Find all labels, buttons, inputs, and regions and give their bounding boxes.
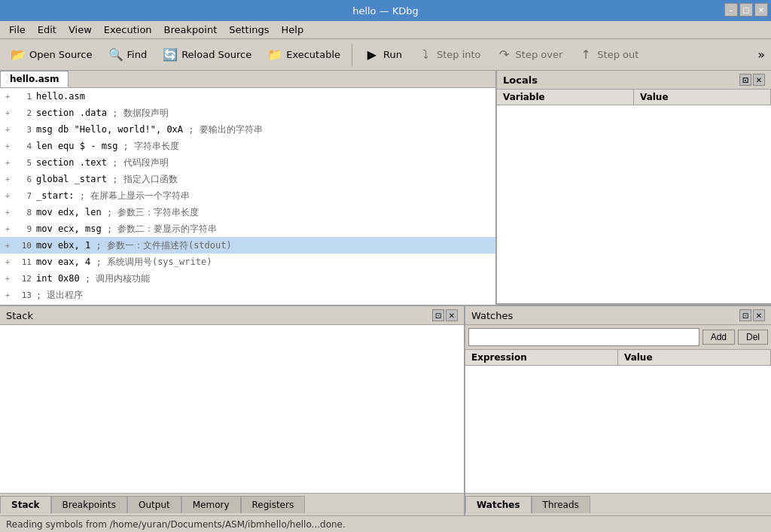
menu-item-file[interactable]: File — [3, 23, 32, 37]
watches-tab-watches[interactable]: Watches — [465, 496, 532, 513]
code-editor[interactable]: +1hello.asm+2section .data ; 数据段声明+3 msg… — [0, 88, 495, 305]
toolbar-separator — [352, 44, 352, 66]
locals-controls: ⊡ ✕ — [739, 74, 765, 86]
step-over-label: Step over — [516, 49, 563, 60]
menu-item-settings[interactable]: Settings — [223, 23, 275, 37]
line-number-2: 2 — [14, 108, 36, 118]
stack-content — [0, 325, 464, 493]
step-out-icon: ↑ — [577, 47, 594, 63]
menu-item-execution[interactable]: Execution — [98, 23, 158, 37]
menu-item-edit[interactable]: Edit — [32, 23, 62, 37]
line-code-9: mov ecx, msg ; 参数二：要显示的字符串 — [36, 223, 494, 236]
toolbar-btn-reload-source[interactable]: 🔄Reload Source — [155, 42, 258, 68]
executable-label: Executable — [286, 49, 340, 60]
locals-restore-button[interactable]: ⊡ — [739, 74, 751, 86]
code-line-4[interactable]: +4 len equ $ - msg ; 字符串长度 — [0, 138, 495, 154]
line-comment-12: ; 调用内核功能 — [80, 273, 151, 284]
line-number-6: 6 — [14, 175, 36, 184]
run-icon: ▶ — [364, 47, 380, 63]
code-line-8[interactable]: +8 mov edx, len ; 参数三：字符串长度 — [0, 204, 495, 220]
run-label: Run — [383, 49, 402, 60]
minimize-button[interactable]: – — [724, 3, 738, 17]
editor-tabs: hello.asm — [0, 71, 495, 88]
locals-close-button[interactable]: ✕ — [753, 74, 765, 86]
locals-table: Variable Value — [497, 90, 771, 303]
line-comment-10: ; 参数一：文件描述符(stdout) — [90, 240, 231, 251]
watches-col-value: Value — [618, 350, 771, 365]
stack-header: Stack ⊡ ✕ — [0, 306, 464, 325]
line-code-11: mov eax, 4 ; 系统调用号(sys_write) — [36, 256, 494, 269]
stack-close-button[interactable]: ✕ — [446, 309, 458, 321]
line-number-9: 9 — [14, 224, 36, 234]
line-marker-8: + — [2, 208, 14, 217]
reload-source-icon: 🔄 — [162, 47, 178, 63]
line-number-8: 8 — [14, 208, 36, 217]
code-line-12[interactable]: +12 int 0x80 ; 调用内核功能 — [0, 270, 495, 287]
line-comment-4: ; 字符串长度 — [117, 141, 179, 151]
stack-tab-breakpoints[interactable]: Breakpoints — [51, 496, 127, 513]
watches-expression-input[interactable] — [468, 328, 699, 346]
watches-tab-threads[interactable]: Threads — [532, 496, 590, 513]
stack-tab-memory[interactable]: Memory — [181, 496, 241, 513]
code-line-13[interactable]: +13 ; 退出程序 — [0, 287, 495, 303]
code-line-14[interactable]: +14 mov ebx, 0 ; 参数一：退出代码 — [0, 303, 495, 305]
code-line-9[interactable]: +9 mov ecx, msg ; 参数二：要显示的字符串 — [0, 220, 495, 237]
line-number-7: 7 — [14, 191, 36, 201]
toolbar-btn-step-over[interactable]: ↷Step over — [489, 42, 570, 68]
code-line-11[interactable]: +11 mov eax, 4 ; 系统调用号(sys_write) — [0, 254, 495, 270]
close-button[interactable]: ✕ — [754, 3, 768, 17]
line-comment-13: ; 退出程序 — [36, 290, 83, 300]
menu-item-help[interactable]: Help — [276, 23, 310, 37]
toolbar-btn-open-source[interactable]: 📂Open Source — [3, 42, 99, 68]
maximize-button[interactable]: □ — [739, 3, 753, 17]
line-number-5: 5 — [14, 158, 36, 168]
find-label: Find — [127, 49, 148, 60]
window-title: hello — KDbg — [352, 5, 419, 17]
locals-panel: Locals ⊡ ✕ Variable Value — [497, 71, 771, 305]
editor-tab-hello-asm[interactable]: hello.asm — [0, 71, 69, 87]
code-line-3[interactable]: +3 msg db "Hello, world!", 0xA ; 要输出的字符串 — [0, 121, 495, 138]
watches-add-button[interactable]: Add — [702, 330, 735, 345]
code-line-10[interactable]: +10 mov ebx, 1 ; 参数一：文件描述符(stdout) — [0, 237, 495, 254]
statusbar: Reading symbols from /home/yuran/Documen… — [0, 515, 771, 532]
line-marker-5: + — [2, 158, 14, 168]
toolbar-btn-run[interactable]: ▶Run — [357, 42, 409, 68]
code-line-5[interactable]: +5section .text ; 代码段声明 — [0, 154, 495, 171]
line-marker-6: + — [2, 175, 14, 184]
line-marker-7: + — [2, 191, 14, 201]
line-code-13: ; 退出程序 — [36, 289, 494, 302]
stack-restore-button[interactable]: ⊡ — [432, 309, 444, 321]
watches-toolbar: Add Del — [465, 325, 771, 350]
line-comment-9: ; 参数二：要显示的字符串 — [102, 223, 218, 234]
toolbar-btn-find[interactable]: 🔍Find — [101, 42, 154, 68]
toolbar-more-button[interactable]: » — [754, 47, 768, 62]
watches-del-button[interactable]: Del — [738, 330, 768, 345]
locals-header: Locals ⊡ ✕ — [497, 71, 771, 90]
stack-tab-output[interactable]: Output — [127, 496, 181, 513]
step-over-icon: ↷ — [496, 47, 513, 63]
find-icon: 🔍 — [108, 47, 124, 63]
toolbar-btn-step-out[interactable]: ↑Step out — [571, 42, 645, 68]
stack-tab-registers[interactable]: Registers — [241, 496, 306, 513]
locals-title: Locals — [503, 74, 538, 86]
line-comment-3: ; 要输出的字符串 — [183, 124, 263, 135]
menu-item-breakpoint[interactable]: Breakpoint — [158, 23, 224, 37]
menu-item-view[interactable]: View — [62, 23, 98, 37]
watches-close-button[interactable]: ✕ — [753, 309, 765, 321]
code-line-2[interactable]: +2section .data ; 数据段声明 — [0, 105, 495, 121]
toolbar-btn-step-into[interactable]: ⤵Step into — [410, 42, 488, 68]
code-line-1[interactable]: +1hello.asm — [0, 88, 495, 105]
watches-controls: ⊡ ✕ — [739, 309, 765, 321]
watches-content — [465, 366, 771, 493]
line-marker-11: + — [2, 257, 14, 267]
watches-restore-button[interactable]: ⊡ — [739, 309, 751, 321]
code-line-7[interactable]: +7_start: ; 在屏幕上显示一个字符串 — [0, 187, 495, 204]
line-marker-13: + — [2, 290, 14, 300]
line-number-10: 10 — [14, 241, 36, 251]
line-number-11: 11 — [14, 257, 36, 267]
stack-tab-stack[interactable]: Stack — [0, 496, 51, 514]
step-out-label: Step out — [597, 49, 638, 60]
code-line-6[interactable]: +6global _start ; 指定入口函数 — [0, 171, 495, 187]
editor-scroll[interactable]: +1hello.asm+2section .data ; 数据段声明+3 msg… — [0, 88, 495, 305]
toolbar-btn-executable[interactable]: 📁Executable — [260, 42, 347, 68]
